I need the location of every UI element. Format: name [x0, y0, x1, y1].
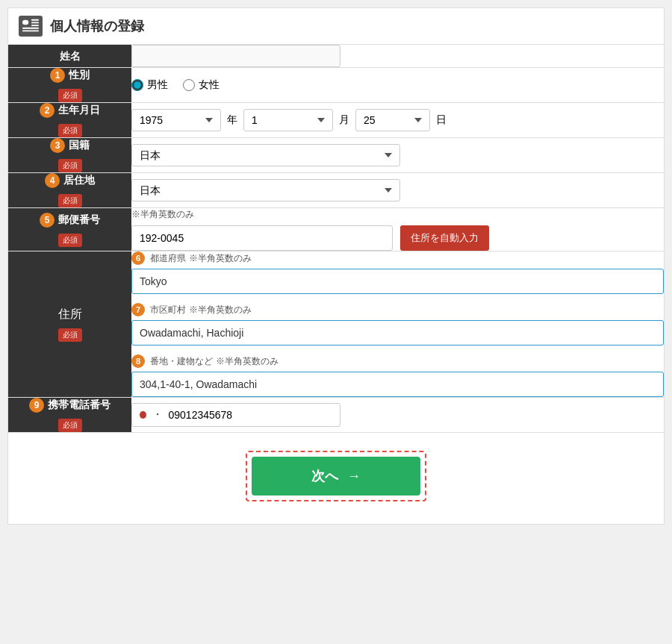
dob-year-suffix: 年	[227, 113, 237, 127]
postal-input-row: 住所を自動入力	[131, 225, 664, 251]
dob-label-cell: 2 生年月日 必須	[8, 103, 131, 138]
phone-badge: 必須	[58, 419, 82, 432]
dob-label: 生年月日	[58, 104, 100, 117]
nationality-badge: 必須	[58, 159, 82, 172]
postal-badge: 必須	[58, 234, 82, 247]
address-row: 住所 必須 6 都道府県 ※半角英数のみ 7 市区町村 ※半	[8, 251, 664, 398]
svg-rect-4	[31, 22, 39, 24]
svg-rect-0	[22, 20, 28, 25]
gender-radio-group: 男性 女性	[131, 78, 664, 92]
phone-number: 9	[29, 398, 44, 413]
phone-separator: ・	[152, 408, 163, 422]
nationality-label: 国籍	[69, 139, 90, 152]
detail-input[interactable]	[131, 372, 664, 397]
phone-label-cell: 9 携帯電話番号 必須	[8, 398, 131, 433]
city-row: 7 市区町村 ※半角英数のみ	[131, 303, 664, 346]
residence-content-cell: 日本	[131, 173, 664, 208]
name-label: 姓名	[60, 50, 81, 62]
address-label-cell: 住所 必須	[8, 251, 131, 398]
dob-badge: 必須	[58, 124, 82, 137]
gender-label: 性別	[69, 69, 90, 82]
nationality-label-cell: 3 国籍 必須	[8, 138, 131, 173]
footer-area: 次へ →	[8, 451, 664, 501]
gender-female-label[interactable]: 女性	[183, 78, 220, 92]
header-icon	[19, 16, 43, 37]
postal-hint: ※半角英数のみ	[131, 208, 664, 221]
gender-male-radio[interactable]	[131, 79, 143, 91]
dob-number: 2	[40, 103, 55, 118]
nationality-row: 3 国籍 必須 日本	[8, 138, 664, 173]
nationality-select[interactable]: 日本	[131, 144, 400, 166]
dob-day-select[interactable]: 25	[355, 109, 430, 131]
phone-label: 携帯電話番号	[48, 398, 111, 412]
gender-content-cell: 男性 女性	[131, 68, 664, 103]
detail-sub-label: 8 番地・建物など ※半角英数のみ	[131, 354, 664, 368]
name-input[interactable]	[131, 45, 340, 67]
dob-fields: 1975 年 1 月 25 日	[131, 109, 664, 131]
auto-fill-button[interactable]: 住所を自動入力	[400, 225, 489, 251]
city-input[interactable]	[131, 320, 664, 346]
detail-number: 8	[131, 354, 145, 368]
svg-rect-1	[22, 28, 39, 29]
gender-female-radio[interactable]	[183, 79, 195, 91]
name-row: 姓名	[8, 45, 664, 68]
phone-content-cell: ・	[131, 398, 664, 433]
city-sub-label: 7 市区町村 ※半角英数のみ	[131, 303, 664, 316]
postal-number: 5	[40, 213, 55, 228]
form-table: 姓名 1 性別 必須 男性	[8, 45, 664, 433]
postal-content-cell: ※半角英数のみ 住所を自動入力	[131, 208, 664, 251]
dob-month-select[interactable]: 1	[243, 109, 333, 131]
gender-female-text: 女性	[199, 78, 220, 92]
dob-row: 2 生年月日 必須 1975 年 1 月 25	[8, 103, 664, 138]
postal-label: 郵便番号	[58, 213, 100, 227]
nationality-number: 3	[50, 138, 65, 153]
phone-input-row: ・	[131, 403, 664, 427]
gender-badge: 必須	[58, 89, 82, 102]
page-title: 個人情報の登録	[50, 17, 144, 35]
address-label: 住所	[58, 307, 82, 322]
gender-male-text: 男性	[147, 78, 168, 92]
prefecture-row: 6 都道府県 ※半角英数のみ	[131, 251, 664, 294]
postal-row: 5 郵便番号 必須 ※半角英数のみ 住所を自動入力	[8, 208, 664, 251]
dob-year-select[interactable]: 1975	[131, 109, 221, 131]
detail-label-text: 番地・建物など ※半角英数のみ	[150, 356, 278, 366]
dob-day-suffix: 日	[436, 113, 447, 127]
residence-badge: 必須	[58, 194, 82, 207]
phone-wrapper: ・	[131, 403, 340, 427]
svg-rect-3	[31, 19, 39, 21]
svg-rect-2	[22, 31, 39, 32]
phone-flag-dot	[140, 411, 146, 419]
residence-label-cell: 4 居住地 必須	[8, 173, 131, 208]
prefecture-sub-label: 6 都道府県 ※半角英数のみ	[131, 251, 664, 265]
gender-male-label[interactable]: 男性	[131, 78, 168, 92]
detail-row: 8 番地・建物など ※半角英数のみ	[131, 354, 664, 397]
prefecture-label-text: 都道府県 ※半角英数のみ	[150, 253, 251, 263]
gender-number: 1	[50, 68, 65, 83]
dob-month-suffix: 月	[339, 113, 349, 127]
prefecture-input[interactable]	[131, 269, 664, 294]
phone-input[interactable]	[169, 409, 333, 421]
next-label: 次へ	[311, 467, 338, 485]
name-content-cell	[131, 45, 664, 68]
residence-row: 4 居住地 必須 日本	[8, 173, 664, 208]
nationality-content-cell: 日本	[131, 138, 664, 173]
next-button[interactable]: 次へ →	[252, 457, 420, 495]
address-badge: 必須	[58, 328, 82, 342]
dob-content-cell: 1975 年 1 月 25 日	[131, 103, 664, 138]
page-header: 個人情報の登録	[8, 8, 664, 45]
main-container: 個人情報の登録 姓名 1 性別 必須	[7, 7, 665, 525]
prefecture-number: 6	[131, 251, 145, 265]
city-label-text: 市区町村 ※半角英数のみ	[150, 304, 251, 315]
svg-rect-5	[31, 25, 39, 26]
gender-label-cell: 1 性別 必須	[8, 68, 131, 103]
city-number: 7	[131, 303, 145, 316]
residence-number: 4	[45, 173, 60, 188]
phone-row: 9 携帯電話番号 必須 ・	[8, 398, 664, 433]
residence-select[interactable]: 日本	[131, 179, 400, 201]
postal-label-cell: 5 郵便番号 必須	[8, 208, 131, 251]
name-label-cell: 姓名	[8, 45, 131, 68]
next-button-wrapper: 次へ →	[246, 451, 426, 501]
next-arrow-icon: →	[347, 469, 361, 484]
residence-label: 居住地	[63, 174, 95, 187]
postal-input[interactable]	[131, 225, 393, 251]
